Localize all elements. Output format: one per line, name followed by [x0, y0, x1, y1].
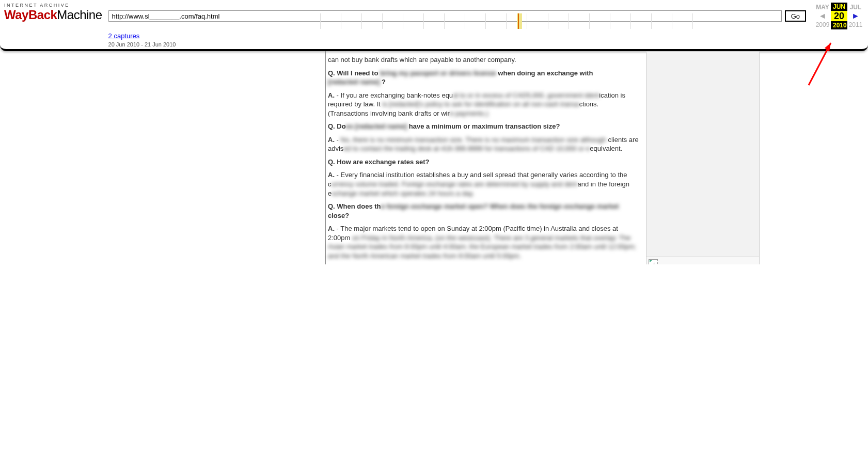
faq-a4: A. - The major markets tend to open on S…	[328, 224, 641, 260]
date-range-text: 20 Jun 2010 - 21 Jun 2010	[108, 41, 864, 48]
prev-month[interactable]: MAY ◄ 2009	[814, 4, 831, 28]
ia-label: INTERNET ARCHIVE	[4, 3, 102, 8]
faq-a3: A. - Every financial institution establi…	[328, 170, 641, 198]
timeline[interactable]	[320, 13, 713, 29]
prev-arrow-icon: ◄	[814, 11, 831, 21]
faq-a1: A. - If you are exchanging bank-notes eq…	[328, 91, 641, 118]
date-nav: MAY ◄ 2009 JUN 20 2010 JUL ► 2011	[814, 3, 864, 29]
broken-image-icon	[649, 259, 658, 264]
next-arrow-icon: ►	[847, 11, 864, 21]
faq-q4: Q. When does the foreign exchange market…	[328, 202, 641, 220]
right-sidebar-upper	[646, 51, 760, 264]
faq-q3: Q. How are exchange rates set?	[328, 157, 641, 167]
faq-q2: Q. Does [redacted name] have a minimum o…	[328, 122, 641, 131]
captures-link[interactable]: 2 captures	[108, 32, 140, 40]
faq-a2: A. - No, there is no minimum transaction…	[328, 135, 641, 153]
faq-content: can not buy bank drafts which are payabl…	[326, 55, 643, 260]
next-month[interactable]: JUL ► 2011	[847, 4, 864, 28]
go-button[interactable]: Go	[785, 10, 806, 22]
faq-partial-answer: can not buy bank drafts which are payabl…	[328, 55, 641, 65]
wayback-toolbar: INTERNET ARCHIVE WayBackMachine Go MAY ◄…	[0, 0, 868, 51]
faq-q1: Q. Will I need to bring my passport or d…	[328, 69, 641, 87]
current-date[interactable]: JUN 20 2010	[831, 3, 847, 29]
right-sidebar-lower	[646, 257, 760, 264]
wayback-logo[interactable]: INTERNET ARCHIVE WayBackMachine	[4, 3, 102, 22]
